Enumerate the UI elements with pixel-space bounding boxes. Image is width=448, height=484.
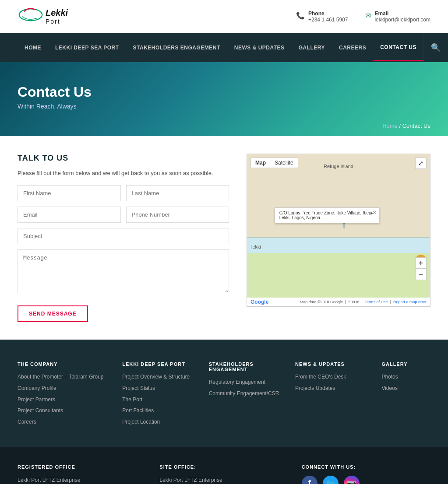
email-label: Email [374,11,430,17]
footer-link-project-location[interactable]: Project Location [122,419,160,425]
nav-gallery[interactable]: GALLERY [292,35,332,60]
social-section: CONNECT WITH US: f 🐦 📷 [302,464,430,484]
email-input[interactable] [18,207,121,223]
map-popup-close[interactable]: ✕ [372,210,377,216]
nav-contact[interactable]: CONTACT US [373,35,423,61]
map-report-link[interactable]: Report a map error [393,300,427,304]
footer-grid: THE COMPANY About the Promoter – Tolaram… [18,361,430,429]
map-terms-link[interactable]: Terms of Use [365,300,388,304]
footer-link-project-partners[interactable]: Project Partners [18,396,55,403]
nav-stakeholders[interactable]: STAKEHOLDERS ENGAGEMENT [126,35,227,60]
footer-link-about[interactable]: About the Promoter – Tolaram Group [18,374,104,380]
footer-col-news-title: NEWS & UPDATES [295,361,368,367]
map-zoom-in[interactable]: + [415,257,427,269]
footer-link-project-consultants[interactable]: Project Consultants [18,407,63,414]
last-name-input[interactable] [126,185,229,201]
logo-main-text: Lekki [46,8,68,18]
map-footer: Google Map data ©2018 Google | 500 m | T… [247,298,430,306]
google-logo: Google [250,299,268,305]
registered-office-title: REGISTERED OFFICE [18,464,146,470]
logo[interactable]: Lekki Port [18,4,68,28]
map-data-info: Map data ©2018 Google | 500 m | Terms of… [300,300,427,304]
footer-link-project-overview[interactable]: Project Overview & Structure [122,374,190,380]
map-label-lekki: lekki [251,244,261,249]
phone-input[interactable] [126,207,229,223]
map-container: Map Satellite ⤢ Refuge Island lekki C/O … [247,154,430,307]
footer-link-project-status[interactable]: Project Status [122,385,155,391]
footer-col-stakeholders-links: Regulatory Engagement Community Engageme… [209,378,282,397]
footer-col-company: THE COMPANY About the Promoter – Tolaram… [18,361,109,429]
map-section: Map Satellite ⤢ Refuge Island lekki C/O … [247,154,430,322]
breadcrumb-home[interactable]: Home [382,123,398,129]
map-tabs: Map Satellite [250,158,298,168]
footer-col-stakeholders: STAKEHOLDERS ENGAGEMENT Regulatory Engag… [209,361,282,429]
phone-label: Phone [308,11,348,17]
footer-link-photos[interactable]: Photos [381,374,398,380]
send-button[interactable]: SEND MESSAGE [18,305,88,322]
subject-row [18,228,229,244]
footer-link-the-port[interactable]: The Port [122,396,142,403]
footer-link-videos[interactable]: Videos [381,385,397,391]
subject-input[interactable] [18,228,229,244]
nav-lekki-deep-sea-port[interactable]: LEKKI DEEP SEA PORT [48,35,126,60]
top-bar: Lekki Port 📞 Phone +234 1 461 5907 ✉ Ema… [0,0,448,33]
hero-title: Contact Us [18,84,430,100]
contact-form-section: TALK TO US Please fill out the form belo… [18,154,229,322]
footer-col-news-links: From the CEO's Desk Projects Updates [295,373,368,392]
message-textarea[interactable] [18,249,229,293]
footer-col-lekki: LEKKI DEEP SEA PORT Project Overview & S… [122,361,195,429]
registered-office-address: Lekki Port LFTZ Enterprise 81A, Younis B… [18,476,146,484]
facebook-icon[interactable]: f [302,476,317,484]
footer-link-projects-updates[interactable]: Projects Updates [295,385,335,391]
social-icons: f 🐦 📷 [302,476,430,484]
logo-name: Lekki Port [46,8,68,25]
map-popup-text: C/O Lagos Free Trade Zone, Itoke Village… [279,210,374,220]
map-label-refuge: Refuge Island [324,164,353,169]
footer-col-company-links: About the Promoter – Tolaram Group Compa… [18,373,109,426]
footer-link-port-facilities[interactable]: Port Facilities [122,407,154,414]
map-zoom-out[interactable]: − [415,269,427,280]
nav-careers[interactable]: CAREERS [332,35,373,60]
footer-link-regulatory[interactable]: Regulatory Engagement [209,379,265,385]
site-office-section: SITE OFFICE: Lekki Port LFTZ Enterprise … [159,464,288,484]
connect-title: CONNECT WITH US: [302,464,430,470]
map-popup: C/O Lagos Free Trade Zone, Itoke Village… [275,207,380,223]
contact-row [18,207,229,223]
footer-link-careers[interactable]: Careers [18,419,36,425]
footer-col-company-title: THE COMPANY [18,361,109,367]
email-info: ✉ Email lekkiport@lekkiport.com [365,11,430,23]
nav-news[interactable]: NEWS & UPDATES [227,35,292,60]
form-title: TALK TO US [18,154,229,163]
footer-link-ceo-desk[interactable]: From the CEO's Desk [295,374,346,380]
footer-col-news: NEWS & UPDATES From the CEO's Desk Proje… [295,361,368,429]
hero-subtitle: Within Reach, Always [18,103,430,110]
map-zoom-controls: + − [415,257,427,280]
instagram-icon[interactable]: 📷 [344,476,360,484]
site-office-address: Lekki Port LFTZ Enterprise C/O Lagos Fre… [159,476,288,484]
footer-col-gallery: GALLERY Photos Videos [381,361,430,429]
search-icon[interactable]: 🔍 [423,33,441,62]
footer: THE COMPANY About the Promoter – Tolaram… [0,340,448,484]
registered-office-section: REGISTERED OFFICE Lekki Port LFTZ Enterp… [18,464,146,484]
map-tab-satellite[interactable]: Satellite [270,158,298,168]
phone-icon: 📞 [296,11,305,20]
email-value: lekkiport@lekkiport.com [374,17,430,23]
map-expand-icon[interactable]: ⤢ [415,158,427,169]
breadcrumb-separator: / [399,123,402,129]
svg-point-0 [19,9,42,21]
hero-section: Contact Us Within Reach, Always Home / C… [0,62,448,136]
footer-link-company-profile[interactable]: Company Profile [18,385,56,391]
footer-col-gallery-title: GALLERY [381,361,430,367]
footer-col-gallery-links: Photos Videos [381,373,430,392]
breadcrumb: Home / Contact Us [382,123,430,129]
name-row [18,185,229,201]
map-data-text: Map data ©2018 Google [300,300,343,304]
twitter-icon[interactable]: 🐦 [323,476,339,484]
form-description: Please fill out the form below and we wi… [18,170,229,176]
nav-home[interactable]: HOME [18,35,48,60]
site-office-title: SITE OFFICE: [159,464,288,470]
first-name-input[interactable] [18,185,121,201]
footer-link-community[interactable]: Community Engagement/CSR [209,390,279,396]
phone-value: +234 1 461 5907 [308,17,348,23]
map-tab-map[interactable]: Map [251,158,270,168]
